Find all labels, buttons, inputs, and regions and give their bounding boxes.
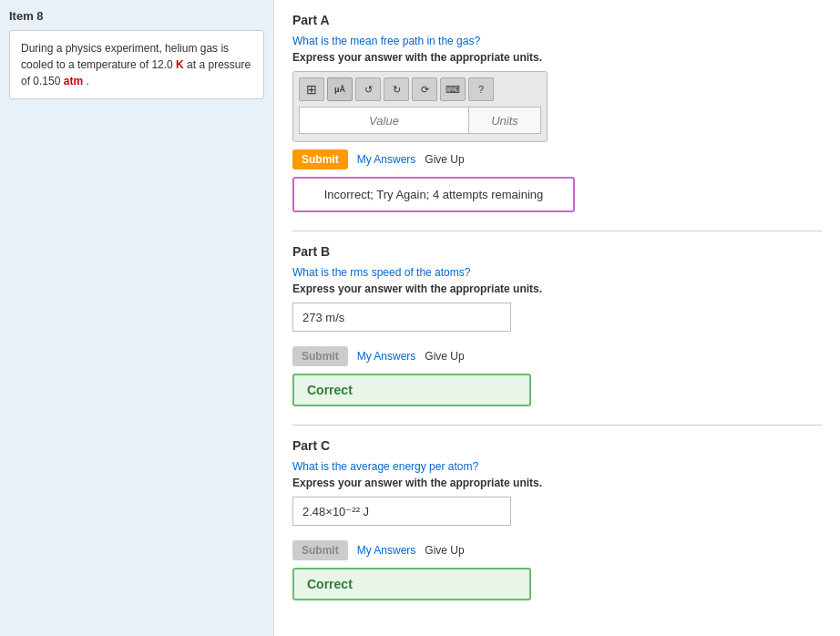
part-a-section: Part A What is the mean free path in the…: [292, 13, 822, 231]
part-c-action-row: Submit My Answers Give Up: [292, 540, 822, 560]
grid-icon-btn[interactable]: ⊞: [299, 77, 324, 101]
part-a-action-row: Submit My Answers Give Up: [292, 149, 822, 169]
part-b-question: What is the rms speed of the atoms?: [292, 266, 822, 279]
left-panel: Item 8 During a physics experiment, heli…: [0, 0, 273, 636]
part-a-status-badge: Incorrect; Try Again; 4 attempts remaini…: [292, 177, 575, 212]
part-a-instruction: Express your answer with the appropriate…: [292, 51, 822, 64]
pressure-value: atm: [64, 75, 83, 87]
part-a-submit-button[interactable]: Submit: [292, 149, 348, 169]
part-b-submit-button: Submit: [292, 346, 348, 366]
part-b-my-answers-link[interactable]: My Answers: [357, 350, 416, 363]
part-b-section: Part B What is the rms speed of the atom…: [292, 244, 822, 426]
part-c-my-answers-link[interactable]: My Answers: [357, 544, 416, 557]
mu-icon-btn[interactable]: μÅ: [327, 77, 353, 101]
part-a-label: Part A: [292, 13, 822, 27]
temp-value: K: [176, 58, 184, 71]
redo-btn[interactable]: ↻: [384, 77, 409, 101]
part-b-label: Part B: [292, 244, 822, 259]
part-b-status-badge: Correct: [292, 374, 531, 406]
part-b-action-row: Submit My Answers Give Up: [292, 346, 822, 366]
part-a-my-answers-link[interactable]: My Answers: [357, 153, 416, 166]
part-c-question: What is the average energy per atom?: [292, 460, 822, 473]
part-a-question: What is the mean free path in the gas?: [292, 35, 822, 47]
part-c-section: Part C What is the average energy per at…: [292, 438, 822, 619]
item-box: During a physics experiment, helium gas …: [9, 30, 264, 99]
units-input[interactable]: [468, 107, 541, 134]
reset-btn[interactable]: ⟳: [412, 77, 437, 101]
math-toolbar: ⊞ μÅ ↺ ↻ ⟳ ⌨ ?: [292, 71, 548, 142]
part-c-label: Part C: [292, 438, 822, 453]
part-c-give-up-link[interactable]: Give Up: [425, 544, 464, 557]
help-btn[interactable]: ?: [468, 77, 494, 101]
part-a-give-up-link[interactable]: Give Up: [425, 153, 464, 166]
undo-btn[interactable]: ↺: [355, 77, 381, 101]
toolbar-buttons: ⊞ μÅ ↺ ↻ ⟳ ⌨ ?: [299, 77, 541, 101]
item-text: During a physics experiment, helium gas …: [21, 42, 251, 87]
value-units-row: [299, 107, 541, 134]
right-panel: Part A What is the mean free path in the…: [273, 0, 840, 636]
part-c-answer-input[interactable]: [292, 497, 511, 526]
part-c-submit-button: Submit: [292, 540, 348, 560]
part-c-instruction: Express your answer with the appropriate…: [292, 477, 822, 489]
item-title: Item 8: [9, 9, 264, 23]
part-c-status-badge: Correct: [292, 568, 531, 600]
part-b-instruction: Express your answer with the appropriate…: [292, 282, 822, 295]
value-input[interactable]: [299, 107, 468, 134]
keyboard-btn[interactable]: ⌨: [440, 77, 466, 101]
part-b-give-up-link[interactable]: Give Up: [425, 350, 464, 363]
part-b-answer-input[interactable]: [292, 303, 511, 332]
